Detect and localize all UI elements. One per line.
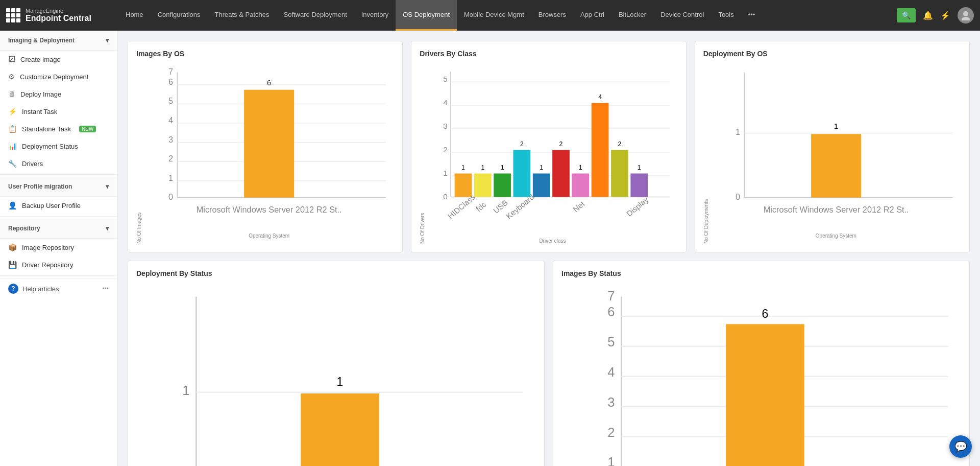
- sidebar-divider-1: [0, 174, 117, 175]
- sidebar-item-drivers[interactable]: 🔧 Drivers: [0, 155, 117, 172]
- sidebar-item-deployment-status[interactable]: 📊 Deployment Status: [0, 137, 117, 155]
- sidebar-item-instant-task[interactable]: ⚡ Instant Task: [0, 103, 117, 120]
- nav-app-ctrl[interactable]: App Ctrl: [573, 0, 611, 31]
- sidebar-item-image-repository[interactable]: 📦 Image Repository: [0, 239, 117, 256]
- svg-text:7: 7: [607, 289, 615, 303]
- chart-deployment-by-os: Deployment By OS No Of Deployments 0 1 1: [695, 41, 970, 252]
- sidebar-section-imaging[interactable]: Imaging & Deployment ▾: [0, 31, 117, 51]
- sidebar-section-repository-label: Repository: [8, 225, 40, 232]
- sidebar-item-customize-deployment[interactable]: ⚙ Customize Deployment: [0, 68, 117, 85]
- chart-drivers-by-class: Drivers By Class No Of Drivers 0 1 2 3 4: [411, 41, 686, 252]
- deployment-by-os-x-label: Operating System: [711, 233, 961, 239]
- nav-software[interactable]: Software Deployment: [276, 0, 354, 31]
- nav-inventory[interactable]: Inventory: [354, 0, 396, 31]
- svg-rect-92: [726, 324, 804, 466]
- sidebar-item-drivers-label: Drivers: [22, 160, 43, 168]
- chart-images-by-os: Images By OS No Of Images 0 1 2 3: [128, 41, 403, 252]
- nav-browsers[interactable]: Browsers: [531, 0, 573, 31]
- brand-name: ManageEngine: [26, 8, 91, 14]
- svg-text:2: 2: [618, 141, 622, 148]
- svg-text:1: 1: [834, 122, 838, 130]
- svg-rect-46: [533, 174, 550, 197]
- user-avatar[interactable]: [958, 7, 974, 24]
- notifications-icon[interactable]: 🔔: [923, 11, 933, 20]
- create-image-icon: 🖼: [8, 55, 15, 63]
- sidebar-item-driver-repository[interactable]: 💾 Driver Repository: [0, 256, 117, 273]
- images-by-os-svg: 0 1 2 3 4 5 6 7: [144, 64, 394, 231]
- svg-text:4: 4: [599, 94, 602, 101]
- svg-text:6: 6: [607, 305, 615, 319]
- deployment-by-status-svg: 0 1 1 Completed: [144, 284, 536, 466]
- svg-text:1: 1: [638, 164, 641, 171]
- nav-configurations[interactable]: Configurations: [151, 0, 208, 31]
- svg-text:0: 0: [168, 192, 173, 201]
- deployment-status-icon: 📊: [8, 142, 17, 150]
- nav-mobile[interactable]: Mobile Device Mgmt: [457, 0, 531, 31]
- svg-rect-55: [611, 150, 628, 197]
- imaging-chevron-icon: ▾: [106, 37, 109, 44]
- sidebar-divider-3: [0, 275, 117, 276]
- nav-bitlocker[interactable]: BitLocker: [611, 0, 653, 31]
- svg-text:2: 2: [168, 154, 173, 163]
- svg-text:4: 4: [444, 98, 448, 107]
- help-articles-item[interactable]: ? Help articles •••: [0, 278, 117, 299]
- sidebar-item-create-image[interactable]: 🖼 Create Image: [0, 51, 117, 68]
- help-more-icon[interactable]: •••: [102, 285, 109, 292]
- sidebar-item-customize-label: Customize Deployment: [20, 73, 88, 81]
- sidebar-item-standalone-task[interactable]: 📋 Standalone Task NEW: [0, 120, 117, 137]
- svg-rect-40: [494, 174, 511, 197]
- nav-tools[interactable]: Tools: [711, 0, 741, 31]
- svg-text:4: 4: [607, 365, 615, 379]
- nav-home[interactable]: Home: [118, 0, 151, 31]
- svg-text:6: 6: [762, 307, 769, 320]
- svg-text:Display: Display: [625, 195, 650, 218]
- svg-rect-53: [592, 103, 609, 197]
- svg-rect-50: [572, 174, 590, 197]
- drivers-by-class-x-label: Driver class: [427, 238, 677, 244]
- sidebar-section-user-profile-label: User Profile migration: [8, 183, 72, 190]
- repository-chevron-icon: ▾: [106, 225, 109, 232]
- sidebar-section-repository[interactable]: Repository ▾: [0, 219, 117, 239]
- svg-text:6: 6: [168, 77, 173, 86]
- svg-text:7: 7: [168, 67, 173, 76]
- images-by-os-y-label: No Of Images: [136, 64, 142, 244]
- sidebar-item-driver-repo-label: Driver Repository: [22, 261, 73, 269]
- svg-rect-37: [474, 174, 492, 197]
- drivers-by-class-y-label: No Of Drivers: [420, 64, 425, 244]
- svg-text:1: 1: [736, 127, 740, 136]
- svg-text:1: 1: [481, 164, 485, 171]
- nav-device-control[interactable]: Device Control: [653, 0, 711, 31]
- sidebar-item-backup-user-profile[interactable]: 👤 Backup User Profile: [0, 197, 117, 214]
- svg-text:5: 5: [607, 335, 615, 349]
- chart-images-by-os-title: Images By OS: [136, 50, 394, 58]
- drivers-icon: 🔧: [8, 159, 17, 168]
- nav-threats[interactable]: Threats & Patches: [208, 0, 277, 31]
- sidebar-item-deploy-image[interactable]: 🖥 Deploy Image: [0, 85, 117, 103]
- layout: Imaging & Deployment ▾ 🖼 Create Image ⚙ …: [0, 31, 980, 466]
- chart-deployment-by-status-title: Deployment By Status: [136, 269, 536, 277]
- svg-text:Net: Net: [572, 199, 587, 214]
- svg-text:fdc: fdc: [474, 200, 488, 213]
- sidebar-section-user-profile[interactable]: User Profile migration ▾: [0, 177, 117, 197]
- flash-icon[interactable]: ⚡: [940, 11, 950, 20]
- new-badge: NEW: [79, 126, 96, 132]
- svg-text:2: 2: [520, 141, 524, 148]
- svg-text:Microsoft Windows Server 2012 : Microsoft Windows Server 2012 R2 St..: [197, 205, 342, 214]
- search-button[interactable]: 🔍: [897, 8, 916, 22]
- svg-text:1: 1: [540, 164, 544, 171]
- images-by-os-x-label: Operating System: [144, 233, 394, 239]
- logo-area: ManageEngine Endpoint Central: [6, 8, 118, 23]
- nav-os-deployment[interactable]: OS Deployment: [396, 0, 457, 31]
- svg-text:4: 4: [168, 115, 173, 125]
- svg-text:1: 1: [501, 164, 504, 171]
- svg-text:2: 2: [607, 425, 615, 439]
- grid-icon[interactable]: [6, 8, 20, 22]
- sidebar-item-create-image-label: Create Image: [20, 56, 61, 63]
- svg-text:1: 1: [607, 455, 615, 466]
- chat-bubble[interactable]: 💬: [949, 435, 972, 458]
- sidebar-item-deploy-label: Deploy Image: [20, 90, 61, 98]
- svg-text:3: 3: [607, 395, 615, 409]
- nav-more[interactable]: •••: [741, 0, 763, 31]
- svg-text:1: 1: [579, 164, 582, 171]
- svg-point-0: [963, 11, 968, 16]
